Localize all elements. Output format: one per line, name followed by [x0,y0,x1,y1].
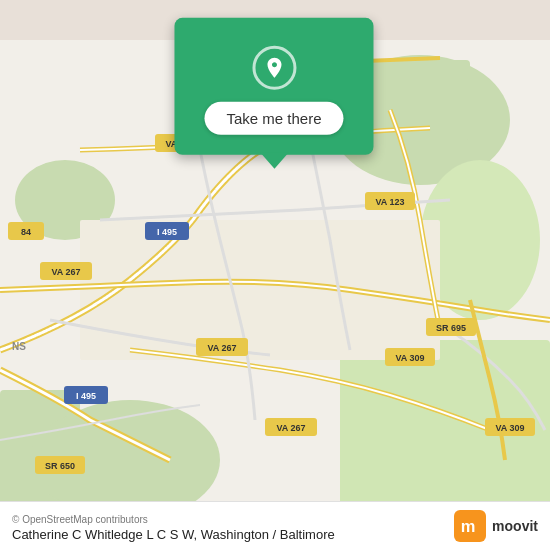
location-pin-icon [252,46,296,90]
svg-text:SR 695: SR 695 [436,323,466,333]
svg-text:I 495: I 495 [157,227,177,237]
svg-text:VA 267: VA 267 [207,343,236,353]
bottom-info-bar: © OpenStreetMap contributors Catherine C… [0,501,550,550]
svg-text:VA 309: VA 309 [395,353,424,363]
map-info-left: © OpenStreetMap contributors Catherine C… [12,514,335,542]
map-container: VA 193 SR 193 I 495 VA 267 VA 267 VA 267… [0,0,550,550]
svg-text:VA 309: VA 309 [495,423,524,433]
svg-text:VA 267: VA 267 [51,267,80,277]
svg-text:84: 84 [21,227,31,237]
map-attribution: © OpenStreetMap contributors [12,514,335,525]
marker-popup: Take me there [174,18,373,155]
location-name: Catherine C Whitledge L C S W, Washingto… [12,527,335,542]
moovit-text: moovit [492,518,538,534]
location-marker-overlay: Take me there [174,18,373,155]
svg-text:SR 650: SR 650 [45,461,75,471]
moovit-icon: m [454,510,486,542]
svg-text:I 495: I 495 [76,391,96,401]
svg-text:NS: NS [12,341,26,352]
moovit-branding: m moovit [454,510,538,542]
svg-rect-9 [80,220,440,360]
svg-text:VA 123: VA 123 [375,197,404,207]
take-me-there-button[interactable]: Take me there [204,102,343,135]
svg-text:VA 267: VA 267 [276,423,305,433]
svg-text:m: m [461,517,476,535]
